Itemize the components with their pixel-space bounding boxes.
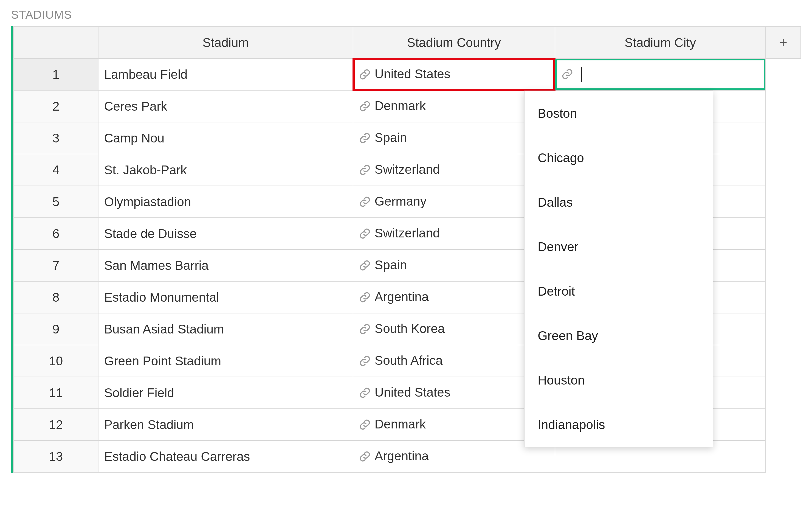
table-row: 1Lambeau FieldUnited States [13, 58, 801, 90]
cell-stadium[interactable]: Estadio Chateau Carreras [98, 441, 353, 472]
link-icon [359, 100, 371, 115]
link-icon [359, 228, 371, 243]
column-header-stadium[interactable]: Stadium [98, 27, 353, 58]
dropdown-item[interactable]: Boston [524, 91, 713, 135]
link-icon [359, 132, 371, 147]
cell-country-text: United States [375, 67, 450, 81]
cell-add-column [766, 90, 801, 122]
cell-add-column [766, 345, 801, 377]
cell-stadium[interactable]: Camp Nou [98, 122, 353, 154]
text-cursor [581, 67, 582, 82]
cell-country-text: South Africa [375, 353, 443, 368]
cell-country-text: South Korea [375, 321, 445, 336]
cell-add-column [766, 154, 801, 186]
cell-add-column [766, 186, 801, 218]
row-number[interactable]: 2 [13, 90, 98, 122]
cell-stadium[interactable]: Ceres Park [98, 90, 353, 122]
dropdown-item[interactable]: Dallas [524, 180, 713, 225]
cell-add-column [766, 409, 801, 441]
cell-country-text: Switzerland [375, 226, 440, 240]
row-number[interactable]: 11 [13, 377, 98, 409]
cell-stadium[interactable]: Olympiastadion [98, 186, 353, 218]
dropdown-item[interactable]: Green Bay [524, 313, 713, 358]
column-header-rownum[interactable] [13, 27, 98, 58]
cell-country-text: Spain [375, 130, 407, 145]
cell-city[interactable] [555, 58, 766, 90]
cell-country-text: Argentina [375, 449, 429, 463]
cell-add-column [766, 313, 801, 345]
column-header-city[interactable]: Stadium City [555, 27, 766, 58]
table-container: Stadium Stadium Country Stadium City + 1… [11, 26, 801, 473]
row-number[interactable]: 4 [13, 154, 98, 186]
cell-stadium[interactable]: Soldier Field [98, 377, 353, 409]
table-title: STADIUMS [11, 8, 801, 22]
cell-country-text: Argentina [375, 289, 429, 304]
cell-stadium[interactable]: St. Jakob-Park [98, 154, 353, 186]
cell-stadium[interactable]: Busan Asiad Stadium [98, 313, 353, 345]
dropdown-item[interactable]: Indianapolis [524, 402, 713, 447]
dropdown-item[interactable]: Chicago [524, 135, 713, 180]
cell-country-text: Germany [375, 194, 426, 208]
link-icon [359, 259, 371, 274]
cell-add-column [766, 249, 801, 281]
link-icon [359, 418, 371, 434]
cell-add-column [766, 281, 801, 313]
cell-add-column [766, 58, 801, 90]
cell-stadium[interactable]: Green Point Stadium [98, 345, 353, 377]
cell-stadium[interactable]: Stade de Duisse [98, 218, 353, 249]
cell-stadium[interactable]: Lambeau Field [98, 58, 353, 90]
column-header-country[interactable]: Stadium Country [353, 27, 555, 58]
row-number[interactable]: 12 [13, 409, 98, 441]
cell-country-text: Denmark [375, 417, 426, 431]
link-icon [561, 68, 573, 83]
link-icon [359, 323, 371, 338]
link-icon [359, 291, 371, 306]
row-number[interactable]: 13 [13, 441, 98, 472]
row-number[interactable]: 7 [13, 249, 98, 281]
row-number[interactable]: 1 [13, 58, 98, 90]
dropdown-item[interactable]: Detroit [524, 269, 713, 313]
link-icon [359, 387, 371, 402]
link-icon [359, 355, 371, 370]
link-icon [359, 196, 371, 211]
cell-stadium[interactable]: Estadio Monumental [98, 281, 353, 313]
cell-add-column [766, 377, 801, 409]
cell-country-text: Denmark [375, 99, 426, 113]
cell-country-text: United States [375, 385, 450, 399]
city-dropdown[interactable]: BostonChicagoDallasDenverDetroitGreen Ba… [524, 90, 713, 447]
row-number[interactable]: 6 [13, 218, 98, 249]
row-number[interactable]: 10 [13, 345, 98, 377]
cell-add-column [766, 122, 801, 154]
cell-add-column [766, 441, 801, 472]
cell-stadium[interactable]: Parken Stadium [98, 409, 353, 441]
cell-add-column [766, 218, 801, 249]
cell-country-text: Spain [375, 258, 407, 272]
row-number[interactable]: 5 [13, 186, 98, 218]
row-number[interactable]: 9 [13, 313, 98, 345]
row-number[interactable]: 3 [13, 122, 98, 154]
row-number[interactable]: 8 [13, 281, 98, 313]
add-column-button[interactable]: + [766, 27, 801, 58]
dropdown-item[interactable]: Denver [524, 225, 713, 269]
link-icon [359, 164, 371, 179]
cell-country-text: Switzerland [375, 162, 440, 176]
cell-country[interactable]: United States [353, 58, 555, 90]
dropdown-item[interactable]: Houston [524, 358, 713, 402]
cell-stadium[interactable]: San Mames Barria [98, 249, 353, 281]
link-icon [359, 68, 371, 83]
link-icon [359, 450, 371, 465]
